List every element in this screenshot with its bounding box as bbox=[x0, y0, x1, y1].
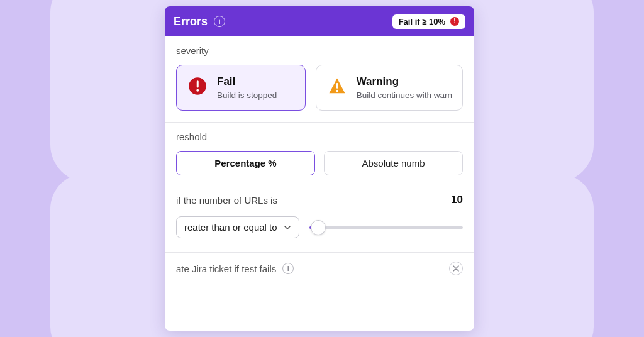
severity-label: severity bbox=[176, 45, 463, 56]
threshold-value: 10 bbox=[449, 194, 463, 206]
remove-jira-button[interactable] bbox=[449, 262, 463, 275]
panel-title: Errors bbox=[174, 15, 208, 28]
panel-header: Errors i Fail if ≥ 10% ! bbox=[165, 6, 474, 36]
severity-options: Fail Build is stopped Warning Build cont… bbox=[165, 65, 474, 122]
severity-option-warning[interactable]: Warning Build continues with warn bbox=[316, 65, 463, 111]
severity-option-title: Fail bbox=[217, 75, 277, 88]
tab-absolute[interactable]: Absolute numb bbox=[324, 151, 463, 175]
error-icon bbox=[187, 75, 208, 97]
threshold-slider[interactable] bbox=[309, 220, 463, 235]
condition-label: if the number of URLs is bbox=[176, 195, 277, 206]
operator-select[interactable]: reater than or equal to bbox=[176, 216, 299, 238]
severity-option-subtitle: Build continues with warn bbox=[357, 91, 452, 100]
chevron-down-icon bbox=[284, 224, 291, 231]
operator-value: reater than or equal to bbox=[184, 222, 277, 233]
severity-option-title: Warning bbox=[357, 75, 452, 88]
slider-thumb[interactable] bbox=[311, 220, 326, 235]
svg-point-4 bbox=[336, 90, 338, 92]
jira-row: ate Jira ticket if test fails i bbox=[165, 253, 474, 275]
rule-summary-badge: Fail if ≥ 10% ! bbox=[392, 14, 465, 29]
warning-icon bbox=[326, 75, 348, 97]
threshold-tabs: Percentage % Absolute numb bbox=[165, 151, 474, 182]
severity-section: severity bbox=[165, 36, 474, 56]
fail-status-icon: ! bbox=[450, 17, 459, 26]
condition-section: if the number of URLs is 10 reater than … bbox=[165, 182, 474, 252]
jira-label: ate Jira ticket if test fails bbox=[176, 263, 276, 274]
svg-rect-1 bbox=[197, 80, 199, 87]
settings-panel: Errors i Fail if ≥ 10% ! severity Fail B… bbox=[165, 6, 474, 331]
svg-point-2 bbox=[196, 89, 199, 92]
threshold-label: reshold bbox=[176, 131, 463, 142]
threshold-section: reshold bbox=[165, 123, 474, 142]
svg-rect-3 bbox=[336, 83, 338, 89]
badge-text: Fail if ≥ 10% bbox=[399, 17, 445, 26]
info-icon[interactable]: i bbox=[282, 263, 294, 274]
tab-percentage[interactable]: Percentage % bbox=[176, 151, 315, 175]
severity-option-fail[interactable]: Fail Build is stopped bbox=[176, 65, 306, 111]
info-icon[interactable]: i bbox=[214, 16, 225, 27]
severity-option-subtitle: Build is stopped bbox=[217, 91, 277, 100]
slider-track bbox=[309, 226, 463, 229]
